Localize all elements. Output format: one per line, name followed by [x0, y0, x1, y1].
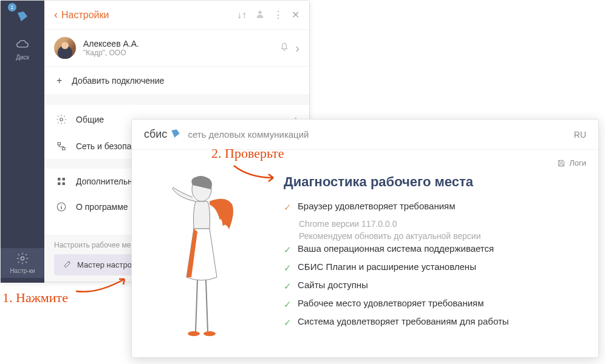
svg-line-14 [206, 280, 208, 332]
app-sidebar: 1 Диск Настр-ки [1, 1, 44, 283]
language-switch[interactable]: RU [574, 130, 586, 140]
sidebar-item-disk[interactable]: Диск [16, 38, 29, 61]
diag-check-text: Рабочее место удовлетворяет требованиям [298, 298, 586, 308]
diag-check-item: ✓Рабочее место удовлетворяет требованиям [284, 298, 586, 310]
more-icon[interactable]: ⋮ [273, 9, 283, 21]
svg-point-10 [61, 204, 62, 206]
add-connection-label: Добавить подключение [72, 76, 164, 86]
diag-check-sub: Chrome версии 117.0.0.0 [299, 219, 586, 229]
user-account-row[interactable]: Алексеев А.А. "Кадр", ООО › [44, 30, 309, 67]
svg-point-0 [21, 257, 24, 260]
svg-rect-3 [58, 143, 61, 145]
menu-label: О программе [76, 202, 128, 212]
logs-link[interactable]: Логи [557, 158, 586, 167]
diag-check-sub: Рекомендуем обновить до актуальной верси… [299, 231, 586, 241]
section-divider [44, 95, 309, 105]
cloud-icon [16, 38, 29, 52]
menu-label: Общие [76, 115, 104, 124]
plus-icon: + [56, 75, 62, 86]
sort-icon[interactable]: ↓↑ [237, 10, 247, 21]
svg-rect-4 [63, 147, 66, 150]
info-icon [55, 201, 67, 212]
svg-point-1 [258, 10, 261, 13]
close-icon[interactable]: ✕ [292, 9, 299, 21]
user-info: Алексеев А.А. "Кадр", ООО [83, 39, 279, 57]
annotation-step1: 1. Нажмите [2, 290, 68, 306]
svg-rect-11 [61, 206, 62, 209]
wrench-icon [63, 259, 72, 271]
check-ok-icon: ✓ [284, 281, 292, 292]
diag-check-item: ✓Система удовлетворяет требованиям для р… [284, 316, 586, 328]
person-icon[interactable] [255, 9, 265, 21]
check-ok-icon: ✓ [284, 244, 292, 255]
diag-check-item: ✓СБИС Плагин и расширение установлены [284, 261, 586, 274]
back-chevron-icon[interactable]: ‹ [54, 8, 58, 21]
diag-check-text: Сайты доступны [298, 280, 586, 290]
diag-header: сбис сеть деловых коммуникаций RU [132, 120, 598, 150]
diag-check-item: ✓Ваша операционная система поддерживаетс… [284, 243, 586, 255]
svg-line-13 [196, 280, 197, 332]
gear-icon [55, 114, 67, 125]
diag-check-item: ✓Браузер удовлетворяет требованиям [284, 201, 586, 213]
diag-subtitle: сеть деловых коммуникаций [188, 129, 573, 140]
network-icon [55, 141, 67, 152]
woman-illustration [144, 162, 265, 344]
diag-check-item: ✓Сайты доступны [284, 280, 586, 292]
svg-rect-8 [63, 183, 66, 186]
svg-rect-5 [58, 178, 61, 181]
user-name: Алексеев А.А. [83, 39, 279, 49]
svg-rect-7 [58, 183, 61, 186]
diag-logo-icon [169, 127, 182, 142]
diag-title: Диагностика рабочего места [284, 174, 586, 190]
svg-point-15 [188, 331, 200, 336]
check-ok-icon: ✓ [284, 263, 292, 274]
diag-body: Логи Диагностика рабочего места ✓Браузер… [132, 150, 598, 356]
svg-point-16 [203, 331, 216, 336]
diag-check-text: Ваша операционная система поддерживается [298, 243, 586, 254]
sidebar-item-label: Диск [16, 54, 29, 61]
diag-check-text: Браузер удовлетворяет требованиям [298, 201, 586, 211]
sidebar-item-label: Настр-ки [10, 268, 35, 274]
avatar [54, 37, 76, 59]
app-logo-icon [15, 9, 30, 26]
diag-content: Диагностика рабочего места ✓Браузер удов… [265, 162, 586, 344]
notification-badge: 1 [8, 3, 16, 12]
diag-check-text: СБИС Плагин и расширение установлены [298, 261, 586, 272]
svg-point-2 [60, 118, 63, 121]
grid-icon [55, 176, 67, 187]
diagnostics-window: сбис сеть деловых коммуникаций RU Логи [131, 119, 599, 358]
user-org: "Кадр", ООО [83, 49, 279, 57]
diag-check-text: Система удовлетворяет требованиям для ра… [298, 316, 586, 326]
add-connection-row[interactable]: + Добавить подключение [44, 67, 309, 95]
check-ok-icon: ✓ [284, 317, 292, 328]
sidebar-item-settings[interactable]: Настр-ки [1, 248, 44, 278]
panel-title: Настройки [61, 10, 228, 21]
bell-icon[interactable] [279, 42, 289, 54]
logs-label: Логи [569, 158, 586, 167]
diag-logo-text: сбис [144, 128, 167, 141]
gear-icon [16, 252, 29, 265]
check-warn-icon: ✓ [284, 202, 292, 213]
svg-rect-6 [63, 178, 66, 181]
panel-header: ‹ Настройки ↓↑ ⋮ ✕ [44, 1, 309, 30]
check-ok-icon: ✓ [284, 299, 292, 310]
save-icon [557, 159, 566, 167]
chevron-right-icon: › [295, 41, 299, 55]
